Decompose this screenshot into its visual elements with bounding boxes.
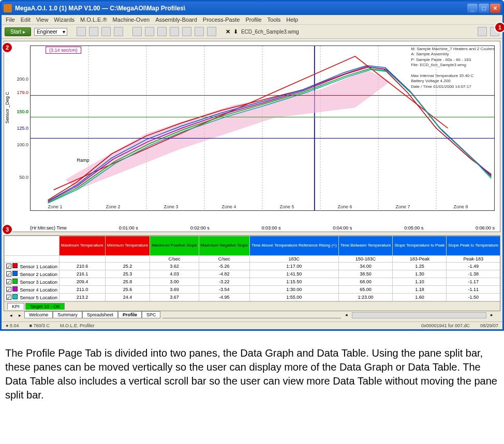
sensor-name-cell: ✓ Sensor 1 Location — [5, 263, 60, 270]
table-tab[interactable]: KPI — [7, 303, 24, 310]
hscroll-right[interactable]: ▸ — [486, 312, 497, 318]
toolbar-icon-1[interactable] — [77, 27, 86, 36]
page-tab-profile[interactable]: Profile — [118, 311, 142, 318]
col-subheader — [60, 256, 106, 263]
toolbar: Start ▸ Engineer ✕ ⬇ ECD_6ch_Sample3.wmg… — [2, 25, 502, 39]
data-cell: 3.62 — [150, 263, 199, 270]
table-row[interactable]: ✓ Sensor 2 Location216.125.34.03-4.821:4… — [5, 270, 501, 278]
toolbar-icon-7[interactable] — [157, 27, 167, 36]
col-header[interactable]: Slope Peak to Temperature — [447, 236, 500, 256]
menu-wizards[interactable]: Wizards — [54, 17, 75, 23]
zone-label: Zone 8 — [454, 204, 468, 209]
page-tab-spc[interactable]: SPC — [142, 311, 161, 318]
data-cell: 3.69 — [150, 286, 199, 294]
ref-line-blue — [31, 138, 494, 139]
col-subheader — [105, 256, 150, 263]
table-tab[interactable]: Target 10 - OK — [25, 303, 65, 310]
row-checkbox[interactable]: ✓ — [6, 271, 11, 277]
sensor-color-icon — [12, 294, 18, 299]
toolbar-icon-3[interactable] — [101, 27, 111, 36]
menu-view[interactable]: View — [36, 17, 49, 23]
toolbar-icon-5[interactable] — [132, 27, 142, 36]
sensor-name-cell: ✓ Sensor 5 Location — [5, 294, 60, 301]
menu-processpaste[interactable]: Process-Paste — [203, 17, 240, 23]
col-header[interactable]: Time Above Temperature Reference Rising … — [249, 236, 338, 256]
tab-nav-right[interactable]: ▸ — [16, 312, 24, 318]
data-cell: 25.2 — [105, 263, 150, 270]
hscrollbar[interactable] — [352, 312, 486, 318]
x-tick: 0:02:00 s — [190, 225, 210, 231]
data-cell: -3.54 — [199, 286, 249, 294]
menu-help[interactable]: Help — [286, 17, 298, 23]
data-cell: 210.6 — [60, 263, 106, 270]
menu-profile[interactable]: Profile — [245, 17, 261, 23]
table-row[interactable]: ✓ Sensor 1 Location210.625.23.62-5.261:1… — [5, 263, 501, 270]
hscroll-left[interactable]: ◂ — [341, 312, 352, 318]
col-header[interactable]: Slope Temperature to Peak — [393, 236, 447, 256]
menu-machineoven[interactable]: Machine-Oven — [113, 17, 150, 23]
toolbar-icon-4[interactable] — [114, 27, 123, 36]
row-checkbox[interactable]: ✓ — [6, 287, 11, 292]
sensor-color-icon — [12, 263, 18, 268]
col-header[interactable] — [5, 236, 60, 256]
sensor-color-icon — [12, 271, 18, 276]
data-cell: 68.00 — [338, 278, 393, 286]
zone-label: Zone 3 — [164, 204, 179, 209]
toolbar-down-icon[interactable]: ⬇ — [233, 28, 238, 35]
chart-area[interactable]: Ramp Zone 1Zone 2Zone 3Zone 4Zone 5Zone … — [30, 45, 495, 211]
data-cell: 1:55.00 — [249, 294, 338, 301]
col-subheader: 150-183C — [338, 256, 393, 263]
zone-label: Zone 4 — [222, 204, 236, 209]
table-row[interactable]: ✓ Sensor 5 Location213.224.43.67-4.951:5… — [5, 294, 501, 301]
data-cell: 1.25 — [393, 263, 447, 270]
x-tick: 0:05:00 s — [404, 225, 423, 231]
close-button[interactable]: × — [490, 4, 500, 13]
start-button[interactable]: Start ▸ — [5, 27, 31, 36]
menu-mole[interactable]: M.O.L.E.® — [80, 17, 107, 23]
menu-tools[interactable]: Tools — [268, 17, 281, 23]
status-5: 08/29/07 — [480, 323, 498, 328]
filename-label: ECD_6ch_Sample3.wmg — [241, 29, 299, 35]
toolbar-icon-2[interactable] — [89, 27, 98, 36]
data-table-pane: Maximum TemperatureMinimum TemperatureMa… — [4, 235, 500, 311]
row-checkbox[interactable]: ✓ — [6, 279, 11, 284]
toolbar-icon-9[interactable] — [182, 27, 191, 36]
menu-file[interactable]: File — [6, 17, 15, 23]
toolbar-icon-6[interactable] — [145, 27, 154, 36]
page-tab-spreadsheet[interactable]: Spreadsheet — [82, 311, 118, 318]
callout-2: 2 — [2, 42, 13, 53]
mode-select[interactable]: Engineer — [34, 28, 67, 36]
toolbar-icon-11[interactable] — [207, 27, 216, 36]
zone-label: Zone 1 — [48, 204, 63, 209]
toolbar-x-icon[interactable]: ✕ — [226, 28, 230, 35]
col-header[interactable]: Time Between Temperature — [338, 236, 393, 256]
app-icon — [4, 4, 12, 12]
zone-label: Zone 6 — [338, 204, 352, 209]
page-tab-summary[interactable]: Summary — [53, 311, 82, 318]
page-tab-welcome[interactable]: Welcome — [24, 311, 53, 318]
col-header[interactable]: Minimum Temperature — [105, 236, 150, 256]
toolbar-icon-8[interactable] — [170, 27, 179, 36]
table-row[interactable]: ✓ Sensor 3 Location209.425.83.00-3.221:1… — [5, 278, 501, 286]
menu-assemblyboard[interactable]: Assembly-Board — [155, 17, 197, 23]
toolbar-up-button[interactable] — [478, 27, 487, 36]
table-row[interactable]: ✓ Sensor 4 Location211.025.63.69-3.541:3… — [5, 286, 501, 294]
menu-edit[interactable]: Edit — [21, 17, 31, 23]
col-header[interactable]: Maximum Temperature — [60, 236, 106, 256]
row-checkbox[interactable]: ✓ — [6, 295, 11, 300]
maximize-button[interactable]: □ — [479, 4, 489, 13]
row-checkbox[interactable]: ✓ — [6, 264, 11, 269]
toolbar-icon-10[interactable] — [195, 27, 204, 36]
data-cell: 1:41.50 — [249, 270, 338, 278]
data-cell: 1:23.00 — [338, 294, 393, 301]
data-cell: 24.4 — [105, 294, 150, 301]
tab-nav-left[interactable]: ◂ — [7, 312, 16, 318]
page-tabs: ◂ ▸ WelcomeSummarySpreadsheetProfileSPC … — [4, 311, 500, 319]
data-cell: 25.6 — [105, 286, 150, 294]
callout-3: 3 — [2, 224, 13, 235]
minimize-button[interactable]: _ — [467, 4, 478, 13]
col-header[interactable]: Maximum Negative Slope — [199, 236, 249, 256]
col-header[interactable]: Maximum Positive Slope — [150, 236, 199, 256]
data-cell: -4.82 — [199, 270, 249, 278]
y-tick: 50.0 — [19, 175, 31, 180]
